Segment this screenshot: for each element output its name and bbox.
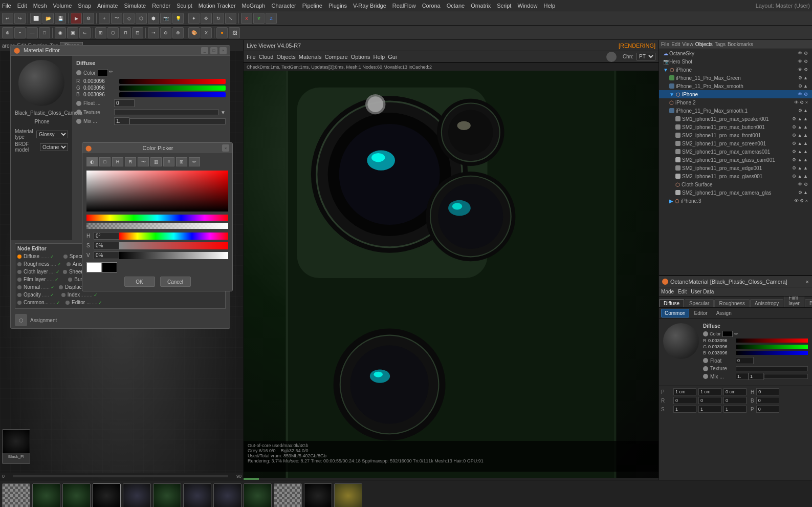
undo-btn[interactable]: ↩ xyxy=(2,13,13,24)
omp-float-input[interactable] xyxy=(736,357,754,364)
cp-mode-rgb[interactable]: R xyxy=(125,157,136,166)
y-axis-btn[interactable]: Y xyxy=(253,13,265,24)
snap-btn[interactable]: ⊕ xyxy=(2,27,13,38)
g-slider[interactable] xyxy=(119,86,226,91)
effector-btn[interactable]: ⬢ xyxy=(148,13,159,24)
tree-item-camera-glass[interactable]: SM2_iphone11_pro_max_camera_glas ⚙ ▲ xyxy=(659,188,812,197)
tree-item-speaker[interactable]: SM1_iphone11_pro_max_speaker001 ⚙ ▲ ▲ xyxy=(659,115,812,123)
xpresso-btn[interactable]: X xyxy=(201,27,212,38)
menu-window[interactable]: Window xyxy=(517,3,537,9)
thumb-screen[interactable]: Screen_S xyxy=(274,483,302,508)
cp-mode-hsv[interactable]: H xyxy=(112,157,123,166)
edges-btn[interactable]: — xyxy=(27,27,38,38)
cp-mode-eyedropper[interactable]: ✏ xyxy=(189,157,200,166)
live-select-btn[interactable]: ◉ xyxy=(55,27,66,38)
lv-menu-materials[interactable]: Materials xyxy=(299,54,322,60)
tree-item-iphone11smooth1[interactable]: iPhone_11_Pro_Max_smooth.1 ⚙ ▲ xyxy=(659,107,812,115)
lv-menu-options[interactable]: Options xyxy=(351,54,370,60)
omp-mix-slider[interactable] xyxy=(764,374,808,379)
lv-menu-objects[interactable]: Objects xyxy=(276,54,295,60)
thumb-greens1[interactable]: Green_S xyxy=(32,483,60,508)
transform-y-scale[interactable] xyxy=(698,406,721,413)
cp-mode-swatches[interactable]: ⊞ xyxy=(176,157,187,166)
tree-item-cameras[interactable]: SM2_iphone11_pro_max_cameras001 ⚙ ▲ ▲ xyxy=(659,147,812,156)
color-pencil-icon[interactable]: ✏ xyxy=(109,69,116,76)
omp-subtab-editor[interactable]: Editor xyxy=(691,309,711,318)
menu-mesh[interactable]: Mesh xyxy=(33,3,47,9)
menu-render[interactable]: Render xyxy=(152,3,170,9)
menu-edit[interactable]: Edit xyxy=(17,3,27,9)
rph-tags[interactable]: Tags xyxy=(715,41,726,47)
mat-editor-minimize[interactable]: _ xyxy=(201,47,208,54)
tree-item-iphone3[interactable]: ▶ ⬡ iPhone.3 👁 ⚙ × xyxy=(659,197,812,205)
tree-item-octanesky[interactable]: ☁ OctaneSky 👁 ⚙ xyxy=(659,49,812,57)
picture-viewer-btn[interactable]: 🖼 xyxy=(229,27,240,38)
bridge-btn[interactable]: ⊓ xyxy=(120,27,131,38)
prop-film-layer[interactable]: Film layer ..... ✓ xyxy=(17,277,59,282)
thumb-blackpl[interactable]: Black_Pl xyxy=(93,483,121,508)
brdf-model-dropdown[interactable]: Octane GGX xyxy=(40,143,68,151)
cp-mode-hex[interactable]: # xyxy=(163,157,174,166)
omp-tab-roughness[interactable]: Roughness xyxy=(714,299,750,307)
omp-color-swatch[interactable] xyxy=(722,331,733,337)
light-btn[interactable]: 💡 xyxy=(172,13,184,24)
float-connector[interactable] xyxy=(76,101,81,106)
weld-btn[interactable]: ⊘ xyxy=(160,27,171,38)
omp-tab-diffuse[interactable]: Diffuse xyxy=(659,299,684,307)
transform-b[interactable] xyxy=(756,397,779,404)
cp-mode-spectrum[interactable]: 〜 xyxy=(138,157,149,166)
r-slider[interactable] xyxy=(119,79,226,84)
transform-z-rot[interactable] xyxy=(723,397,747,404)
menu-octane[interactable]: Octane xyxy=(447,3,465,9)
transform-p[interactable] xyxy=(756,406,779,413)
menu-character[interactable]: Character xyxy=(271,3,296,9)
lv-menu-help[interactable]: Help xyxy=(374,54,385,60)
menu-vray[interactable]: V-Ray Bridge xyxy=(353,3,386,9)
menu-snap[interactable]: Snap xyxy=(78,3,91,9)
menu-animate[interactable]: Animate xyxy=(97,3,118,9)
cp-h-gradient[interactable] xyxy=(119,233,228,240)
prop-diffuse[interactable]: Diffuse ...... ✓ xyxy=(17,253,54,259)
polygons-btn[interactable]: □ xyxy=(39,27,50,38)
texture-connector[interactable] xyxy=(76,110,81,115)
omp-texture-connector[interactable] xyxy=(703,366,708,371)
tree-item-edge[interactable]: SM2_iphone11_pro_max_edge001 ⚙ ▲ ▲ xyxy=(659,164,812,172)
z-axis-btn[interactable]: Z xyxy=(266,13,277,24)
menu-volume[interactable]: Volume xyxy=(53,3,72,9)
loop-cut-btn[interactable]: ⊟ xyxy=(132,27,143,38)
menu-file[interactable]: File xyxy=(2,3,11,9)
transform-z-scale[interactable] xyxy=(723,406,747,413)
render-area[interactable]: Out-of-core used/max:0k/4Gb Grey:6/16 0/… xyxy=(244,71,659,480)
material-type-dropdown[interactable]: Glossy Diffuse Specular xyxy=(36,131,68,138)
omp-subtab-assign[interactable]: Assign xyxy=(713,309,735,318)
points-btn[interactable]: • xyxy=(14,27,26,38)
cp-hue-slider[interactable] xyxy=(86,215,228,221)
cp-v-input[interactable] xyxy=(94,251,119,259)
prop-editor[interactable]: Editor ... .... ✓ xyxy=(65,300,102,305)
tree-item-heroshot[interactable]: 📷 Hero Shot 👁 ⚙ xyxy=(659,57,812,66)
omp-edit-label[interactable]: Edit xyxy=(678,289,687,294)
rph-bookmarks[interactable]: Bookmarks xyxy=(728,41,753,47)
cp-ok-button[interactable]: OK xyxy=(124,277,155,287)
transform-x-pos[interactable] xyxy=(673,388,696,395)
thumb-greens4[interactable]: Green_S xyxy=(244,483,272,508)
mat-editor-close[interactable]: × xyxy=(220,47,227,54)
tree-item-front[interactable]: SM2_iphone11_pro_max_front001 ⚙ ▲ ▲ xyxy=(659,131,812,139)
rect-select-btn[interactable]: ▣ xyxy=(67,27,78,38)
cp-alpha-slider[interactable] xyxy=(86,223,228,229)
lasso-select-btn[interactable]: ⊂ xyxy=(79,27,91,38)
prop-common[interactable]: Common... .... ✓ xyxy=(17,300,60,305)
menu-corona[interactable]: Corona xyxy=(422,3,441,9)
rph-objects[interactable]: Objects xyxy=(695,41,713,47)
prop-normal[interactable]: Normal ...... ✓ xyxy=(17,284,55,290)
move-tool[interactable]: ✥ xyxy=(201,13,212,24)
omp-pencil-icon[interactable]: ✏ xyxy=(734,331,738,336)
bevel-btn[interactable]: ⬡ xyxy=(107,27,119,38)
menu-plugins[interactable]: Plugins xyxy=(328,3,347,9)
omp-mode-label[interactable]: Mode xyxy=(661,289,674,294)
omp-close[interactable]: × xyxy=(806,279,809,285)
menu-pipeline[interactable]: Pipeline xyxy=(302,3,322,9)
3d-viewport[interactable]: arona Edit Function Tag iPhone ⬤ Materia… xyxy=(0,40,243,480)
tree-item-button[interactable]: SM2_iphone11_pro_max_button001 ⚙ ▲ ▲ xyxy=(659,123,812,131)
new-btn[interactable]: ⬜ xyxy=(30,13,41,24)
